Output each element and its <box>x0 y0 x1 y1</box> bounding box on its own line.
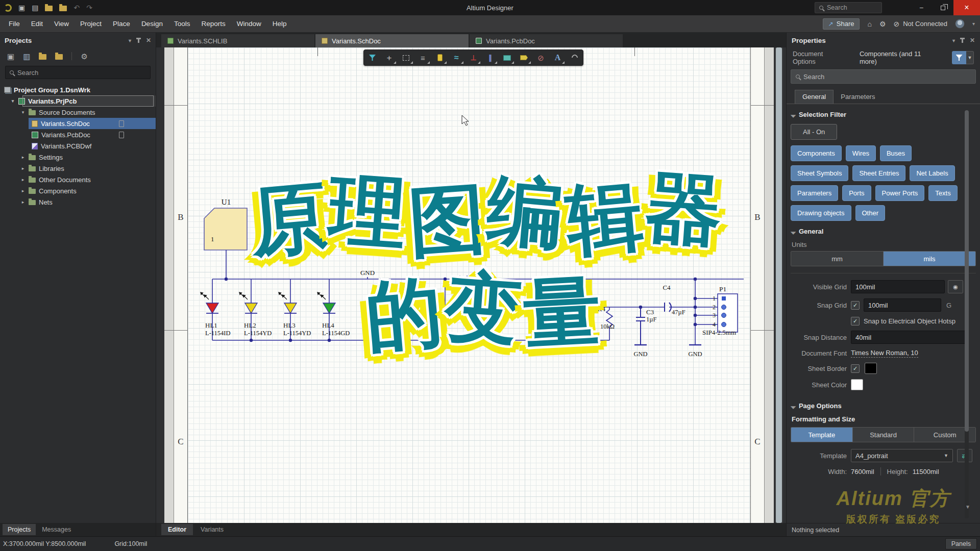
tab-general[interactable]: General <box>795 90 834 104</box>
place-part-icon[interactable] <box>431 50 448 65</box>
place-text-icon[interactable]: A <box>549 50 566 65</box>
avatar[interactable] <box>955 19 965 29</box>
menu-tools[interactable]: Tools <box>168 15 196 32</box>
filter-chip-power-ports[interactable]: Power Ports <box>875 185 925 201</box>
canvas-scrollbar[interactable] <box>775 47 783 523</box>
document-options-label[interactable]: Document Options <box>793 50 847 65</box>
panel-menu-icon[interactable]: ▾ <box>129 38 131 43</box>
menu-view[interactable]: View <box>48 15 75 32</box>
scrollbar-thumb[interactable] <box>965 110 969 432</box>
settings-gear-icon[interactable]: ⚙ <box>81 53 87 60</box>
schematic-canvas[interactable]: B C B C <box>156 47 786 523</box>
filter-chip-parameters[interactable]: Parameters <box>791 185 838 201</box>
tree-item-libraries[interactable]: ▸ Libraries <box>0 163 156 174</box>
unit-mils-button[interactable]: mils <box>884 252 975 266</box>
tab-projects[interactable]: Projects <box>3 524 36 535</box>
menu-place[interactable]: Place <box>107 15 136 32</box>
copy-icon[interactable]: ▤ <box>32 4 38 11</box>
filter-chip-sheet-symbols[interactable]: Sheet Symbols <box>791 165 848 181</box>
snap-hotspot-checkbox[interactable]: ✓ <box>851 317 860 325</box>
panel-menu-icon[interactable]: ▾ <box>952 38 955 43</box>
section-selection-filter[interactable]: ◢ Selection Filter <box>787 104 980 123</box>
selection-filter-icon[interactable] <box>364 50 381 65</box>
snap-grid-checkbox[interactable]: ✓ <box>851 301 860 310</box>
tab-variants[interactable]: Variants <box>194 524 230 535</box>
sheet-border-checkbox[interactable]: ✓ <box>851 364 860 373</box>
tab-messages[interactable]: Messages <box>37 524 76 535</box>
close-icon[interactable]: ✕ <box>970 37 975 44</box>
home-icon[interactable]: ⌂ <box>867 20 871 28</box>
filter-chip-drawing-objects[interactable]: Drawing objects <box>791 205 851 221</box>
undo-icon[interactable]: ↶ <box>74 4 80 11</box>
expand-icon[interactable]: ▾ <box>10 98 15 104</box>
tree-item-nets[interactable]: ▸ Nets <box>0 196 156 208</box>
menu-help[interactable]: Help <box>267 15 292 32</box>
filter-dropdown[interactable]: ▼ <box>966 51 974 64</box>
move-icon[interactable]: + <box>381 50 398 65</box>
collapsed-icon[interactable]: ▸ <box>20 177 26 182</box>
projects-search-input[interactable]: Search <box>5 66 151 79</box>
tree-item-source-documents[interactable]: ▾ Source Documents <box>0 107 156 118</box>
all-on-button[interactable]: All - On <box>791 124 837 140</box>
visible-grid-input[interactable]: 100mil <box>851 280 945 293</box>
tree-item-schdoc[interactable]: Variants.SchDoc <box>0 118 156 129</box>
unit-mm-button[interactable]: mm <box>791 252 884 266</box>
collapsed-icon[interactable]: ▸ <box>20 166 26 171</box>
scroll-down-icon[interactable]: ▼ <box>965 504 970 510</box>
filter-chip-texts[interactable]: Texts <box>928 185 957 201</box>
open-project-icon[interactable] <box>59 6 67 11</box>
chevron-down-icon[interactable]: ▾ <box>972 21 975 27</box>
filter-chip-buses[interactable]: Buses <box>880 145 912 161</box>
section-general[interactable]: ◢ General <box>787 221 980 240</box>
collapsed-icon[interactable]: ▸ <box>20 199 26 205</box>
tree-item-other-documents[interactable]: ▸ Other Documents <box>0 174 156 185</box>
align-icon[interactable]: ≡ <box>414 50 431 65</box>
place-port-icon[interactable] <box>516 50 532 65</box>
collapsed-icon[interactable]: ▸ <box>20 155 26 160</box>
place-power-port-icon[interactable]: ⊥ <box>465 50 482 65</box>
menu-reports[interactable]: Reports <box>195 15 231 32</box>
tree-item-dsnwrk[interactable]: Project Group 1.DsnWrk <box>0 84 156 95</box>
tree-item-pcbdoc[interactable]: Variants.PcbDoc <box>0 129 156 140</box>
no-erc-icon[interactable]: ⊘ <box>532 50 549 65</box>
close-icon[interactable]: ✕ <box>146 37 151 44</box>
redo-icon[interactable]: ↷ <box>86 4 92 11</box>
open-folder-icon[interactable] <box>45 6 53 11</box>
filter-chip-sheet-entries[interactable]: Sheet Entries <box>852 165 905 181</box>
tab-parameters[interactable]: Parameters <box>834 90 882 104</box>
place-arc-icon[interactable] <box>566 50 583 65</box>
scrollbar-thumb[interactable] <box>776 47 782 523</box>
select-area-icon[interactable] <box>398 50 414 65</box>
mode-template-button[interactable]: Template <box>791 428 853 442</box>
filter-chip-components[interactable]: Components <box>791 145 842 161</box>
save-icon[interactable]: ▣ <box>18 4 25 11</box>
menu-project[interactable]: Project <box>75 15 107 32</box>
template-select[interactable]: A4_portrait ▼ <box>851 449 953 462</box>
tree-item-prjpcb[interactable]: ▾ Variants.PrjPcb <box>0 95 156 107</box>
save-icon[interactable]: ▣ <box>7 53 14 60</box>
expand-icon[interactable]: ▾ <box>20 110 26 115</box>
pin-icon[interactable] <box>138 38 139 43</box>
close-button[interactable]: × <box>953 0 980 15</box>
filter-chip-net-labels[interactable]: Net Labels <box>910 165 954 181</box>
connection-status[interactable]: ⊘ Not Connected <box>894 20 947 28</box>
maximize-button[interactable] <box>932 0 953 15</box>
snap-distance-input[interactable]: 40mil <box>851 331 966 344</box>
share-button[interactable]: ↗ Share <box>823 18 860 30</box>
mode-standard-button[interactable]: Standard <box>853 428 915 442</box>
gear-icon[interactable]: ⚙ <box>879 20 886 28</box>
properties-search-input[interactable]: Search <box>791 69 976 84</box>
doc-tab-pcbdoc[interactable]: Variants.PcbDoc <box>470 34 623 47</box>
menu-design[interactable]: Design <box>136 15 168 32</box>
menu-file[interactable]: File <box>3 15 26 32</box>
place-wire-icon[interactable]: ≈ <box>448 50 465 65</box>
titlebar-search-input[interactable]: Search <box>815 2 882 13</box>
section-page-options[interactable]: ◢ Page Options <box>787 395 980 414</box>
filter-chip-other[interactable]: Other <box>855 205 886 221</box>
components-scope-label[interactable]: Components (and 11 more) <box>860 50 940 65</box>
collapsed-icon[interactable]: ▸ <box>20 188 26 193</box>
doc-tab-schdoc[interactable]: Variants.SchDoc <box>315 34 469 47</box>
tree-item-settings[interactable]: ▸ Settings <box>0 152 156 163</box>
snap-grid-input[interactable]: 100mil <box>864 298 941 312</box>
properties-scrollbar[interactable] <box>965 110 969 518</box>
